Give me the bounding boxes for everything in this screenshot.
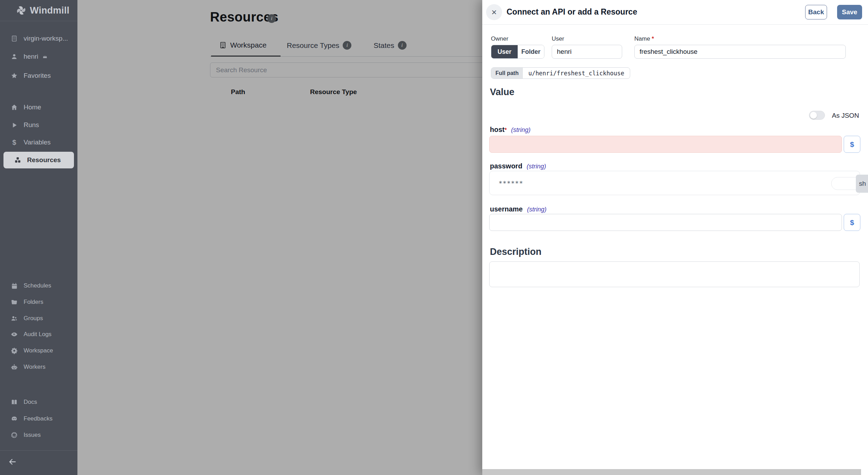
sidebar-item-issues[interactable]: Issues (0, 427, 77, 443)
favorites-label: Favorites (24, 72, 51, 80)
nav-label: Schedules (24, 282, 51, 289)
collapse-sidebar-button[interactable] (8, 457, 17, 467)
back-button[interactable]: Back (805, 5, 827, 19)
sidebar-item-runs[interactable]: Runs (0, 117, 77, 133)
sidebar-item-docs[interactable]: Docs (0, 394, 77, 410)
nav-label: Audit Logs (24, 331, 51, 338)
sidebar-item-variables[interactable]: $ Variables (0, 134, 77, 150)
nav-label: Groups (24, 315, 43, 322)
nav-label: Folders (24, 299, 43, 306)
horizontal-scrollbar-thumb[interactable] (482, 469, 861, 475)
play-icon (10, 121, 18, 129)
sidebar-item-schedules[interactable]: Schedules (0, 278, 77, 294)
sidebar-item-home[interactable]: Home (0, 99, 77, 115)
building-icon (10, 35, 18, 42)
owner-option-user[interactable]: User (491, 45, 518, 58)
owner-label: Owner (491, 35, 508, 42)
host-variable-picker-button[interactable]: $ (844, 136, 860, 153)
boxes-icon (14, 156, 22, 164)
required-asterisk: * (652, 35, 654, 42)
eye-icon (10, 331, 18, 338)
discord-icon (10, 415, 18, 423)
users-icon (10, 315, 18, 322)
logo[interactable]: Windmill (0, 0, 77, 21)
sidebar-item-groups[interactable]: Groups (0, 310, 77, 326)
github-icon (10, 431, 18, 439)
nav-label: Runs (24, 121, 39, 129)
sidebar-item-workspace-switcher[interactable]: virgin-worksp... (0, 31, 77, 47)
save-button[interactable]: Save (837, 5, 862, 19)
close-icon[interactable]: × (486, 4, 502, 20)
robot-icon (10, 363, 18, 371)
user-label: User (552, 35, 564, 42)
username-variable-picker-button[interactable]: $ (844, 214, 860, 231)
host-field-label: host* (string) (490, 126, 531, 134)
owner-toggle: User Folder (491, 45, 544, 59)
sidebar-item-folders[interactable]: Folders (0, 294, 77, 310)
owner-option-folder[interactable]: Folder (518, 45, 544, 58)
description-textarea[interactable] (489, 261, 860, 287)
as-json-label: As JSON (832, 112, 859, 119)
required-asterisk: * (504, 127, 507, 133)
sidebar-item-favorites[interactable]: Favorites (0, 68, 77, 84)
sidebar-item-feedbacks[interactable]: Feedbacks (0, 411, 77, 427)
star-icon (10, 72, 18, 80)
user-input[interactable] (552, 45, 622, 59)
nav-label: Workspace (24, 347, 53, 354)
arrow-left-icon (8, 457, 17, 467)
toggle-knob (810, 112, 817, 119)
nav-label: Workers (24, 364, 45, 370)
full-path-chip: Full path (491, 68, 523, 78)
nav-label: Issues (24, 432, 41, 439)
value-heading: Value (490, 87, 515, 98)
sidebar: Windmill virgin-worksp... henri Favorite… (0, 0, 77, 475)
nav-label: Home (24, 103, 41, 111)
dollar-icon: $ (10, 139, 18, 146)
nav-label: Variables (24, 139, 51, 146)
username-input[interactable] (489, 214, 842, 231)
username: henri (24, 53, 38, 60)
windmill-icon (16, 5, 26, 16)
calendar-icon (10, 282, 18, 290)
resource-drawer: × Connect an API or add a Resource Back … (482, 0, 868, 475)
show-password-button[interactable]: sh (856, 175, 868, 193)
sidebar-item-workers[interactable]: Workers (0, 359, 77, 375)
home-icon (10, 103, 18, 111)
full-path: Full path u/henri/freshest_clickhouse (491, 67, 630, 79)
workspace-name: virgin-worksp... (24, 35, 68, 42)
sidebar-item-workspace-settings[interactable]: Workspace (0, 343, 77, 359)
field-type: (string) (527, 163, 546, 170)
field-type: (string) (511, 126, 531, 133)
gear-icon (10, 347, 18, 355)
as-json-toggle[interactable] (809, 111, 825, 120)
nav-label: Docs (24, 399, 37, 406)
nav-label: Feedbacks (24, 415, 52, 422)
name-input[interactable] (634, 45, 846, 59)
password-masked-value: ****** (499, 180, 523, 187)
password-input[interactable]: ****** (489, 171, 860, 195)
sidebar-item-resources[interactable]: Resources (3, 152, 74, 168)
username-field-label: username (string) (490, 205, 546, 213)
description-heading: Description (490, 247, 542, 257)
folder-icon (10, 298, 18, 306)
horizontal-scrollbar (482, 469, 868, 475)
sidebar-item-audit-logs[interactable]: Audit Logs (0, 326, 77, 342)
host-input[interactable] (489, 136, 842, 153)
password-field-label: password (string) (490, 162, 546, 170)
sidebar-divider (0, 450, 77, 451)
user-icon (10, 53, 18, 60)
full-path-value: u/henri/freshest_clickhouse (523, 68, 630, 78)
book-icon (10, 398, 18, 406)
sidebar-item-user[interactable]: henri (0, 49, 77, 65)
drawer-title: Connect an API or add a Resource (507, 7, 637, 17)
nav-label: Resources (27, 156, 61, 164)
field-type: (string) (527, 206, 546, 213)
drawer-header: × Connect an API or add a Resource Back … (482, 0, 868, 25)
logo-text: Windmill (30, 5, 69, 16)
crown-icon (42, 54, 48, 59)
name-label: Name * (634, 35, 654, 42)
